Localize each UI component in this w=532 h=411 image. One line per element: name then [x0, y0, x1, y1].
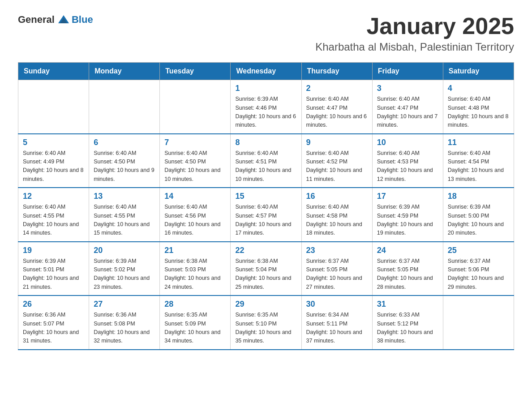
table-row: 19Sunrise: 6:39 AM Sunset: 5:01 PM Dayli… — [18, 242, 89, 296]
logo-text-blue: Blue — [72, 14, 93, 26]
day-info: Sunrise: 6:36 AM Sunset: 5:08 PM Dayligh… — [94, 311, 155, 346]
header-monday: Monday — [89, 63, 160, 80]
table-row: 18Sunrise: 6:39 AM Sunset: 5:00 PM Dayli… — [443, 188, 514, 242]
table-row: 14Sunrise: 6:40 AM Sunset: 4:56 PM Dayli… — [160, 188, 231, 242]
day-number: 24 — [377, 246, 438, 255]
table-row: 23Sunrise: 6:37 AM Sunset: 5:05 PM Dayli… — [301, 242, 372, 296]
table-row: 6Sunrise: 6:40 AM Sunset: 4:50 PM Daylig… — [89, 134, 160, 188]
table-row: 31Sunrise: 6:33 AM Sunset: 5:12 PM Dayli… — [372, 295, 443, 350]
day-info: Sunrise: 6:39 AM Sunset: 4:59 PM Dayligh… — [377, 203, 438, 238]
header-sunday: Sunday — [18, 63, 89, 80]
day-info: Sunrise: 6:40 AM Sunset: 4:54 PM Dayligh… — [448, 149, 509, 184]
day-number: 28 — [164, 300, 226, 309]
day-info: Sunrise: 6:40 AM Sunset: 4:51 PM Dayligh… — [235, 149, 296, 184]
table-row: 1Sunrise: 6:39 AM Sunset: 4:46 PM Daylig… — [231, 80, 301, 134]
day-info: Sunrise: 6:38 AM Sunset: 5:04 PM Dayligh… — [235, 257, 296, 292]
logo-text-general: General — [18, 14, 55, 26]
day-info: Sunrise: 6:40 AM Sunset: 4:50 PM Dayligh… — [164, 149, 226, 184]
day-number: 30 — [306, 300, 368, 309]
header-tuesday: Tuesday — [160, 63, 231, 80]
day-number: 7 — [164, 138, 226, 147]
table-row: 24Sunrise: 6:37 AM Sunset: 5:05 PM Dayli… — [372, 242, 443, 296]
table-row: 25Sunrise: 6:37 AM Sunset: 5:06 PM Dayli… — [443, 242, 514, 296]
day-number: 25 — [448, 246, 509, 255]
day-info: Sunrise: 6:40 AM Sunset: 4:55 PM Dayligh… — [23, 203, 84, 238]
day-number: 18 — [448, 192, 509, 201]
day-number: 5 — [23, 138, 84, 147]
day-number: 19 — [23, 246, 84, 255]
table-row: 29Sunrise: 6:35 AM Sunset: 5:10 PM Dayli… — [231, 295, 301, 350]
header-wednesday: Wednesday — [231, 63, 301, 80]
day-number: 11 — [448, 138, 509, 147]
day-info: Sunrise: 6:39 AM Sunset: 5:02 PM Dayligh… — [94, 257, 155, 292]
day-info: Sunrise: 6:33 AM Sunset: 5:12 PM Dayligh… — [377, 311, 438, 346]
day-info: Sunrise: 6:38 AM Sunset: 5:03 PM Dayligh… — [164, 257, 226, 292]
calendar-table: Sunday Monday Tuesday Wednesday Thursday… — [18, 62, 514, 350]
day-info: Sunrise: 6:39 AM Sunset: 4:46 PM Dayligh… — [235, 95, 296, 130]
day-number: 23 — [306, 246, 368, 255]
day-number: 10 — [377, 138, 438, 147]
table-row: 7Sunrise: 6:40 AM Sunset: 4:50 PM Daylig… — [160, 134, 231, 188]
day-info: Sunrise: 6:40 AM Sunset: 4:48 PM Dayligh… — [448, 95, 509, 130]
day-number: 21 — [164, 246, 226, 255]
day-info: Sunrise: 6:40 AM Sunset: 4:47 PM Dayligh… — [377, 95, 438, 130]
day-number: 27 — [94, 300, 155, 309]
table-row: 20Sunrise: 6:39 AM Sunset: 5:02 PM Dayli… — [89, 242, 160, 296]
logo: General Blue — [18, 13, 93, 26]
day-number: 26 — [23, 300, 84, 309]
table-row: 27Sunrise: 6:36 AM Sunset: 5:08 PM Dayli… — [89, 295, 160, 350]
table-row: 5Sunrise: 6:40 AM Sunset: 4:49 PM Daylig… — [18, 134, 89, 188]
page-header: General Blue January 2025 Kharbatha al M… — [18, 13, 514, 53]
month-title: January 2025 — [315, 13, 514, 39]
day-info: Sunrise: 6:37 AM Sunset: 5:05 PM Dayligh… — [377, 257, 438, 292]
table-row: 9Sunrise: 6:40 AM Sunset: 4:52 PM Daylig… — [301, 134, 372, 188]
day-number: 15 — [235, 192, 296, 201]
table-row: 22Sunrise: 6:38 AM Sunset: 5:04 PM Dayli… — [231, 242, 301, 296]
day-number: 8 — [235, 138, 296, 147]
day-info: Sunrise: 6:35 AM Sunset: 5:10 PM Dayligh… — [235, 311, 296, 346]
day-info: Sunrise: 6:40 AM Sunset: 4:58 PM Dayligh… — [306, 203, 368, 238]
calendar-week-row: 5Sunrise: 6:40 AM Sunset: 4:49 PM Daylig… — [18, 134, 514, 188]
location-title: Kharbatha al Misbah, Palestinian Territo… — [315, 41, 514, 53]
table-row: 3Sunrise: 6:40 AM Sunset: 4:47 PM Daylig… — [372, 80, 443, 134]
logo-icon — [57, 13, 70, 26]
day-number: 4 — [448, 84, 509, 93]
day-number: 2 — [306, 84, 368, 93]
table-row: 15Sunrise: 6:40 AM Sunset: 4:57 PM Dayli… — [231, 188, 301, 242]
table-row: 17Sunrise: 6:39 AM Sunset: 4:59 PM Dayli… — [372, 188, 443, 242]
day-number: 12 — [23, 192, 84, 201]
calendar-week-row: 12Sunrise: 6:40 AM Sunset: 4:55 PM Dayli… — [18, 188, 514, 242]
table-row: 12Sunrise: 6:40 AM Sunset: 4:55 PM Dayli… — [18, 188, 89, 242]
calendar-week-row: 19Sunrise: 6:39 AM Sunset: 5:01 PM Dayli… — [18, 242, 514, 296]
day-info: Sunrise: 6:39 AM Sunset: 5:01 PM Dayligh… — [23, 257, 84, 292]
day-info: Sunrise: 6:40 AM Sunset: 4:56 PM Dayligh… — [164, 203, 226, 238]
day-info: Sunrise: 6:40 AM Sunset: 4:52 PM Dayligh… — [306, 149, 368, 184]
day-number: 6 — [94, 138, 155, 147]
table-row: 30Sunrise: 6:34 AM Sunset: 5:11 PM Dayli… — [301, 295, 372, 350]
day-info: Sunrise: 6:40 AM Sunset: 4:57 PM Dayligh… — [235, 203, 296, 238]
day-info: Sunrise: 6:40 AM Sunset: 4:53 PM Dayligh… — [377, 149, 438, 184]
table-row: 10Sunrise: 6:40 AM Sunset: 4:53 PM Dayli… — [372, 134, 443, 188]
day-info: Sunrise: 6:35 AM Sunset: 5:09 PM Dayligh… — [164, 311, 226, 346]
day-number: 13 — [94, 192, 155, 201]
day-number: 31 — [377, 300, 438, 309]
table-row: 8Sunrise: 6:40 AM Sunset: 4:51 PM Daylig… — [231, 134, 301, 188]
table-row — [18, 80, 89, 134]
table-row — [443, 295, 514, 350]
header-thursday: Thursday — [301, 63, 372, 80]
weekday-header-row: Sunday Monday Tuesday Wednesday Thursday… — [18, 63, 514, 80]
day-number: 1 — [235, 84, 296, 93]
table-row: 16Sunrise: 6:40 AM Sunset: 4:58 PM Dayli… — [301, 188, 372, 242]
table-row: 13Sunrise: 6:40 AM Sunset: 4:55 PM Dayli… — [89, 188, 160, 242]
table-row: 4Sunrise: 6:40 AM Sunset: 4:48 PM Daylig… — [443, 80, 514, 134]
header-saturday: Saturday — [443, 63, 514, 80]
day-number: 17 — [377, 192, 438, 201]
table-row — [160, 80, 231, 134]
day-number: 22 — [235, 246, 296, 255]
day-info: Sunrise: 6:40 AM Sunset: 4:55 PM Dayligh… — [94, 203, 155, 238]
table-row: 21Sunrise: 6:38 AM Sunset: 5:03 PM Dayli… — [160, 242, 231, 296]
day-number: 29 — [235, 300, 296, 309]
calendar-week-row: 26Sunrise: 6:36 AM Sunset: 5:07 PM Dayli… — [18, 295, 514, 350]
day-info: Sunrise: 6:40 AM Sunset: 4:50 PM Dayligh… — [94, 149, 155, 184]
day-number: 9 — [306, 138, 368, 147]
